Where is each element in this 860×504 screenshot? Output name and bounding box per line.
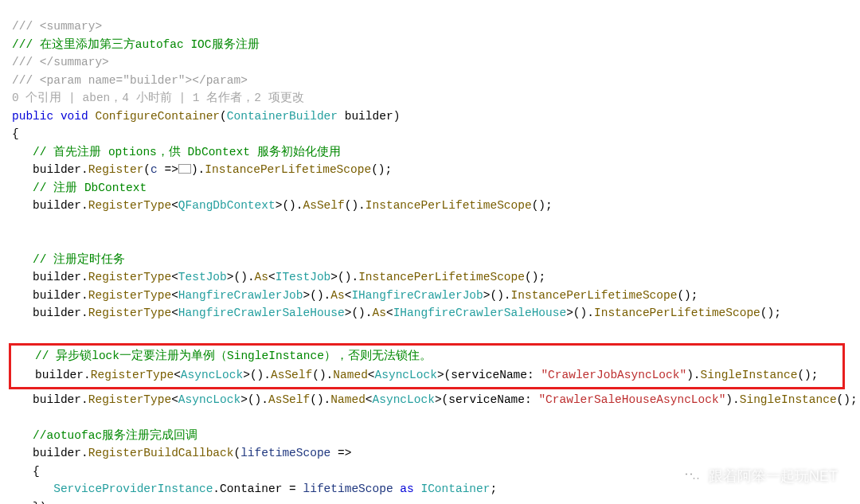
string-literal: "CrawlerJobAsyncLock"	[541, 369, 686, 381]
svg-point-4	[694, 478, 695, 479]
type-name: AsyncLock	[375, 369, 437, 381]
ident: builder	[33, 271, 81, 283]
type-name: TestJob	[178, 271, 227, 283]
xmldoc-line: /// 在这里添加第三方autofac IOC服务注册	[12, 38, 260, 51]
comment-line: // 首先注册 options，供 DbContext 服务初始化使用	[33, 146, 340, 158]
named-arg: serviceName	[448, 393, 525, 406]
codelens-info[interactable]: 0 个引用 | aben，4 小时前 | 1 名作者，2 项更改	[12, 92, 304, 104]
method-call: InstancePerLifetimeScope	[511, 289, 678, 302]
method-call: InstancePerLifetimeScope	[358, 271, 525, 283]
ident: builder	[33, 307, 81, 319]
method-call: RegisterType	[88, 307, 171, 319]
ident: lifetimeScope	[303, 483, 393, 495]
ident: builder	[35, 369, 84, 381]
method-call: Register	[88, 163, 144, 176]
type-name: IHangfireCrawlerJob	[351, 289, 483, 302]
param-name: builder	[345, 110, 393, 123]
method-call: RegisterType	[91, 369, 174, 381]
type-name: AsyncLock	[178, 393, 240, 406]
type-name: AsyncLock	[373, 393, 435, 406]
ident: builder	[33, 199, 81, 212]
code-editor: /// <summary> /// 在这里添加第三方autofac IOC服务注…	[0, 0, 860, 504]
type-name: HangfireCrawlerJob	[178, 289, 303, 302]
watermark: 跟着阿笨一起玩NET	[682, 466, 838, 488]
svg-point-2	[686, 473, 687, 475]
comment-line: // 注册定时任务	[33, 253, 125, 266]
method-call: RegisterType	[88, 271, 171, 283]
ident: builder	[33, 289, 81, 302]
type-name: HangfireCrawlerSaleHouse	[178, 307, 345, 319]
watermark-text: 跟着阿笨一起玩NET	[709, 466, 838, 488]
comment-line: // 异步锁lock一定要注册为单例（SingleInstance），否则无法锁…	[35, 350, 432, 362]
method-call: InstancePerLifetimeScope	[205, 163, 371, 176]
xmldoc-line: /// <summary>	[12, 20, 102, 33]
lambda-param: lifetimeScope	[240, 447, 330, 459]
method-call: RegisterBuildCallback	[88, 447, 234, 459]
ident: builder	[33, 393, 81, 406]
type-name: ServiceProviderInstance	[53, 483, 213, 495]
svg-point-1	[690, 475, 702, 483]
method-call: InstancePerLifetimeScope	[594, 307, 760, 319]
named-arg: serviceName	[451, 369, 527, 381]
keyword-public: public	[12, 110, 53, 123]
method-call: SingleInstance	[740, 393, 837, 406]
svg-point-5	[698, 478, 699, 479]
highlighted-code-region: // 异步锁lock一定要注册为单例（SingleInstance），否则无法锁…	[9, 343, 845, 389]
method-name: ConfigureContainer	[95, 110, 220, 123]
method-call: Named	[330, 393, 366, 406]
type-name: QFangDbContext	[178, 199, 276, 212]
xmldoc-line: /// </summary>	[12, 56, 109, 68]
comment-line: //aotuofac服务注册完成回调	[33, 429, 197, 442]
keyword-as: as	[400, 483, 413, 495]
method-call: As	[255, 271, 268, 283]
property: Container	[220, 483, 282, 495]
wechat-icon	[682, 468, 702, 486]
type-name: IHangfireCrawlerSaleHouse	[393, 307, 567, 319]
collapsed-region-icon[interactable]	[178, 164, 191, 174]
xmldoc-line: /// <param name="builder"></param>	[12, 74, 248, 87]
type-name: ITestJob	[276, 271, 331, 283]
method-call: AsSelf	[271, 369, 312, 381]
method-call: RegisterType	[88, 393, 171, 406]
ident: builder	[33, 163, 81, 176]
method-call: RegisterType	[88, 289, 171, 302]
keyword-void: void	[61, 110, 88, 123]
type-name: IContainer	[420, 483, 490, 495]
lambda-param: c	[150, 163, 158, 176]
svg-point-3	[690, 473, 692, 475]
method-call: AsSelf	[303, 199, 345, 212]
method-call: Named	[333, 369, 368, 381]
comment-line: // 注册 DbContext	[33, 182, 147, 194]
method-call: As	[373, 307, 386, 319]
method-call: AsSelf	[268, 393, 310, 406]
method-call: SingleInstance	[701, 369, 798, 381]
method-call: As	[330, 289, 344, 302]
ident: builder	[33, 447, 81, 459]
method-call: RegisterType	[88, 199, 171, 212]
type-name: AsyncLock	[181, 369, 243, 381]
method-call: InstancePerLifetimeScope	[366, 199, 532, 212]
type-name: ContainerBuilder	[227, 110, 338, 123]
string-literal: "CrawlerSaleHouseAsyncLock"	[538, 393, 725, 406]
